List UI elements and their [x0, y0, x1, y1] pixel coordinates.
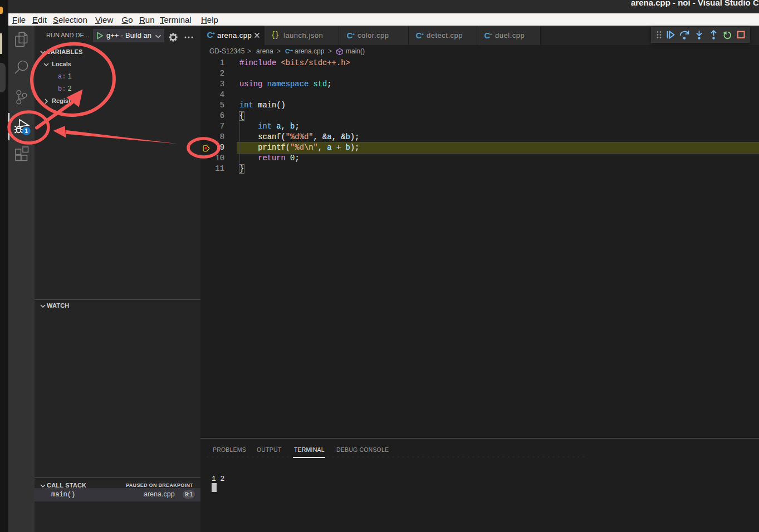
svg-text:+: +: [352, 32, 355, 37]
svg-text:1: 1: [25, 128, 28, 134]
svg-text:+: +: [213, 31, 216, 36]
svg-text:+: +: [422, 32, 424, 37]
svg-text:+: +: [490, 32, 493, 37]
svg-text:++: ++: [289, 48, 293, 52]
